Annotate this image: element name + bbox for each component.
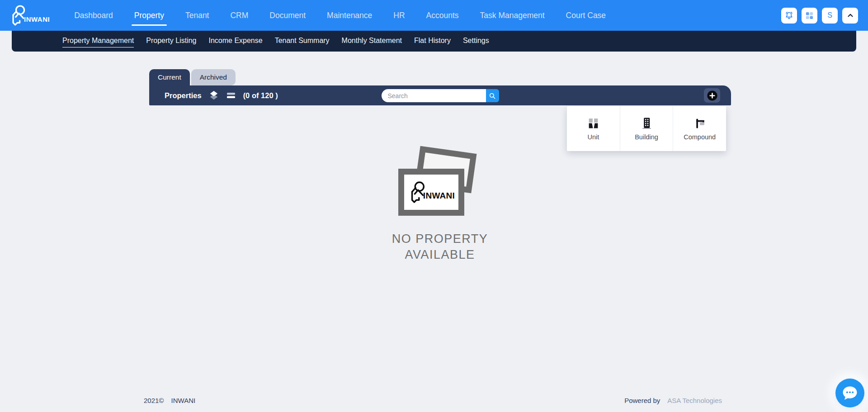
nav-tenant[interactable]: Tenant (185, 11, 209, 20)
brand-name: INWANI (24, 15, 50, 23)
property-state-tabs: Current Archived (149, 69, 868, 85)
apps-grid-button[interactable] (802, 8, 817, 24)
nav-document[interactable]: Document (269, 11, 306, 20)
subnav-property-management[interactable]: Property Management (62, 37, 134, 47)
search-input[interactable] (382, 89, 486, 102)
add-menu-compound-label: Compound (684, 133, 716, 141)
add-property-menu: Unit Building Compound (567, 106, 726, 151)
powered-by-block: Powered by ASA Technologies (624, 397, 722, 404)
properties-summary: Properties (0 of 120 ) (149, 90, 278, 100)
apps-grid-icon (805, 11, 814, 20)
user-initial: S (827, 11, 832, 19)
list-bars-icon[interactable] (226, 90, 236, 100)
chevron-up-icon (846, 11, 854, 19)
copyright-brand: INWANI (171, 397, 196, 404)
no-property-message: NO PROPERTY AVAILABLE (312, 231, 568, 263)
no-property-line1: NO PROPERTY (312, 231, 568, 247)
footer: 2021© INWANI Powered by ASA Technologies (144, 397, 722, 404)
brand-logo[interactable]: INWANI (9, 4, 50, 27)
chat-widget-button[interactable] (835, 379, 864, 407)
subnav-settings[interactable]: Settings (463, 37, 489, 46)
subnav-flat-history[interactable]: Flat History (414, 37, 451, 46)
tab-archived[interactable]: Archived (191, 69, 236, 85)
nav-dashboard[interactable]: Dashboard (74, 11, 113, 20)
properties-count: (0 of 120 ) (243, 91, 278, 100)
tab-current[interactable]: Current (149, 69, 190, 85)
nav-task-management[interactable]: Task Management (480, 11, 545, 20)
properties-toolbar: Properties (0 of 120 ) (149, 85, 731, 105)
bell-icon (784, 11, 794, 20)
subnav-tenant-summary[interactable]: Tenant Summary (275, 37, 330, 46)
copyright-year: 2021© (144, 397, 164, 404)
copyright: 2021© INWANI (144, 397, 198, 404)
add-menu-unit-label: Unit (587, 133, 599, 141)
nav-property[interactable]: Property (134, 11, 164, 20)
property-sub-navigation: Property Management Property Listing Inc… (12, 31, 856, 52)
frame-logo-text: INWANI (423, 191, 455, 201)
add-menu-compound[interactable]: Compound (673, 106, 726, 151)
properties-title: Properties (165, 91, 202, 100)
main-nav: Dashboard Property Tenant CRM Document M… (74, 11, 606, 20)
layers-diamond-icon[interactable] (209, 90, 219, 100)
collapse-header-button[interactable] (842, 8, 858, 24)
plus-circle-icon (707, 90, 718, 101)
add-property-button[interactable] (704, 88, 720, 103)
notifications-button[interactable] (781, 8, 797, 24)
nav-maintenance[interactable]: Maintenance (327, 11, 372, 20)
chat-bubble-icon (841, 384, 859, 402)
subnav-property-listing[interactable]: Property Listing (146, 37, 196, 46)
company-link[interactable]: ASA Technologies (667, 397, 722, 404)
photo-frame-front: INWANI (398, 169, 464, 216)
add-menu-unit[interactable]: Unit (567, 106, 620, 151)
subnav-monthly-statement[interactable]: Monthly Statement (342, 37, 402, 46)
no-property-illustration: INWANI (398, 151, 481, 217)
add-menu-building[interactable]: Building (620, 106, 674, 151)
topnav-actions: S (781, 8, 858, 24)
no-property-line2: AVAILABLE (312, 247, 568, 263)
building-icon (641, 117, 653, 129)
add-menu-building-label: Building (635, 133, 658, 141)
powered-by-label: Powered by (624, 397, 660, 404)
search-group (382, 89, 499, 102)
top-navigation-bar: INWANI Dashboard Property Tenant CRM Doc… (0, 0, 868, 31)
nav-accounts[interactable]: Accounts (426, 11, 459, 20)
subnav-income-expense[interactable]: Income Expense (208, 37, 262, 46)
empty-state: INWANI NO PROPERTY AVAILABLE (312, 151, 568, 263)
unit-icon (587, 117, 599, 129)
nav-crm[interactable]: CRM (230, 11, 248, 20)
search-button[interactable] (486, 89, 499, 102)
nav-hr[interactable]: HR (393, 11, 405, 20)
nav-court-case[interactable]: Court Case (566, 11, 606, 20)
magnifier-icon (488, 92, 496, 100)
inwani-logo-black: INWANI (408, 180, 455, 204)
compound-icon (693, 117, 706, 129)
user-avatar-button[interactable]: S (822, 8, 838, 24)
